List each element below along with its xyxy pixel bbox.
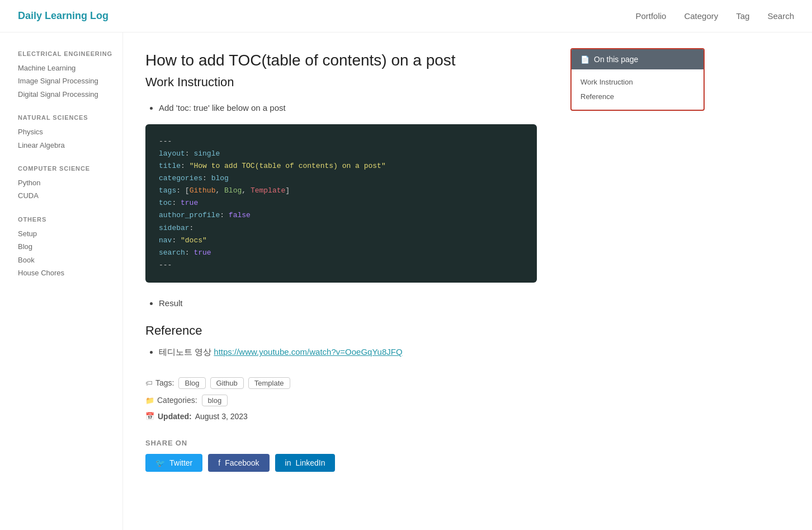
categories-row: 📁 Categories: blog bbox=[145, 395, 537, 406]
site-logo[interactable]: Daily Learning Log bbox=[18, 10, 108, 22]
tags-label-text: Tags: bbox=[155, 378, 174, 387]
linkedin-label: LinkedIn bbox=[296, 458, 325, 467]
reference-item: 테디노트 영상 https://www.youtube.com/watch?v=… bbox=[159, 345, 537, 359]
toc-panel: 📄 On this page Work Instruction Referenc… bbox=[559, 32, 716, 530]
tags-row: 🏷 Tags: Blog Github Template bbox=[145, 377, 537, 389]
toc-body: Work Instruction Reference bbox=[572, 69, 704, 110]
twitter-icon: 🐦 bbox=[155, 458, 165, 467]
sidebar-item-isp[interactable]: Image Signal Processing bbox=[18, 74, 114, 87]
tag-blog[interactable]: Blog bbox=[178, 377, 205, 389]
sidebar-category-others: Others bbox=[18, 216, 114, 223]
updated-label: Updated: bbox=[158, 412, 192, 421]
sidebar-item-dsp[interactable]: Digital Signal Processing bbox=[18, 88, 114, 101]
reference-link[interactable]: https://www.youtube.com/watch?v=OoeGqYu8… bbox=[214, 347, 402, 357]
reference-title: Reference bbox=[145, 323, 537, 338]
code-line-nav: nav: "docs" bbox=[159, 234, 523, 247]
linkedin-icon: in bbox=[285, 458, 291, 467]
result-list: Result bbox=[145, 296, 537, 311]
tag-template[interactable]: Template bbox=[248, 377, 290, 389]
instruction-list: Add 'toc: true' like below on a post bbox=[145, 101, 537, 115]
sidebar-item-python[interactable]: Python bbox=[18, 176, 114, 189]
sidebar-item-setup[interactable]: Setup bbox=[18, 227, 114, 240]
toc-header: 📄 On this page bbox=[572, 49, 704, 69]
nav-category[interactable]: Category bbox=[684, 11, 718, 21]
share-linkedin-button[interactable]: in LinkedIn bbox=[275, 454, 336, 472]
updated-row: 📅 Updated: August 3, 2023 bbox=[145, 412, 537, 421]
code-line-title: title: "How to add TOC(table of contents… bbox=[159, 160, 523, 172]
share-label: SHARE ON bbox=[145, 439, 537, 447]
share-facebook-button[interactable]: f Facebook bbox=[208, 454, 269, 472]
tag-github[interactable]: Github bbox=[210, 377, 244, 389]
tag-icon: 🏷 bbox=[145, 379, 153, 387]
code-block: --- layout: single title: "How to add TO… bbox=[145, 124, 537, 283]
sidebar-category-ns: Natural Sciences bbox=[18, 114, 114, 121]
toc-item-reference[interactable]: Reference bbox=[580, 90, 695, 104]
code-line-toc: toc: true bbox=[159, 197, 523, 209]
code-line-search: search: true bbox=[159, 247, 523, 259]
main-content: How to add TOC(table of contents) on a p… bbox=[123, 32, 559, 530]
post-subtitle: Work Instruction bbox=[145, 75, 537, 90]
folder-icon: 📁 bbox=[145, 396, 154, 405]
calendar-icon: 📅 bbox=[145, 412, 154, 420]
share-buttons: 🐦 Twitter f Facebook in LinkedIn bbox=[145, 454, 537, 472]
instruction-item-1: Add 'toc: true' like below on a post bbox=[159, 101, 537, 115]
tags-label: 🏷 Tags: bbox=[145, 378, 174, 387]
reference-text: 테디노트 영상 bbox=[159, 347, 211, 357]
categories-label: 📁 Categories: bbox=[145, 396, 197, 405]
sidebar-item-book[interactable]: Book bbox=[18, 254, 114, 266]
facebook-label: Facebook bbox=[225, 458, 259, 467]
site-header: Daily Learning Log Portfolio Category Ta… bbox=[0, 0, 812, 32]
sidebar-category-ee: Electrical Engineering bbox=[18, 50, 114, 57]
category-blog[interactable]: blog bbox=[202, 395, 228, 406]
code-line-categories: categories: blog bbox=[159, 172, 523, 185]
sidebar-item-linalg[interactable]: Linear Algebra bbox=[18, 139, 114, 152]
nav-tag[interactable]: Tag bbox=[736, 11, 749, 21]
nav-search[interactable]: Search bbox=[767, 11, 794, 21]
facebook-icon: f bbox=[218, 458, 220, 467]
result-item: Result bbox=[159, 296, 537, 311]
code-line-dashes-2: --- bbox=[159, 259, 523, 271]
header-nav: Portfolio Category Tag Search bbox=[635, 11, 794, 21]
sidebar-item-blog[interactable]: Blog bbox=[18, 240, 114, 253]
share-section: SHARE ON 🐦 Twitter f Facebook in LinkedI… bbox=[145, 439, 537, 472]
page-layout: Electrical Engineering Machine Learning … bbox=[0, 32, 812, 530]
toc-item-work-instruction[interactable]: Work Instruction bbox=[580, 75, 695, 90]
categories-label-text: Categories: bbox=[157, 396, 197, 405]
sidebar-item-ml[interactable]: Machine Learning bbox=[18, 62, 114, 74]
share-twitter-button[interactable]: 🐦 Twitter bbox=[145, 454, 202, 472]
code-line-layout: layout: single bbox=[159, 148, 523, 160]
code-line-tags: tags: [Github, Blog, Template] bbox=[159, 185, 523, 197]
twitter-label: Twitter bbox=[169, 458, 192, 467]
updated-date: August 3, 2023 bbox=[195, 412, 248, 421]
sidebar: Electrical Engineering Machine Learning … bbox=[0, 32, 123, 530]
toc-doc-icon: 📄 bbox=[580, 55, 589, 64]
toc-box: 📄 On this page Work Instruction Referenc… bbox=[570, 48, 705, 111]
sidebar-category-cs: Computer Science bbox=[18, 165, 114, 172]
nav-portfolio[interactable]: Portfolio bbox=[635, 11, 666, 21]
code-line-sidebar: sidebar: bbox=[159, 222, 523, 234]
sidebar-item-housechores[interactable]: House Chores bbox=[18, 266, 114, 279]
post-title: How to add TOC(table of contents) on a p… bbox=[145, 50, 537, 71]
code-line-dashes-1: --- bbox=[159, 135, 523, 148]
code-line-author-profile: author_profile: false bbox=[159, 209, 523, 222]
sidebar-item-cuda[interactable]: CUDA bbox=[18, 189, 114, 202]
reference-list: 테디노트 영상 https://www.youtube.com/watch?v=… bbox=[145, 345, 537, 359]
sidebar-item-physics[interactable]: Physics bbox=[18, 125, 114, 138]
toc-header-text: On this page bbox=[594, 55, 638, 64]
